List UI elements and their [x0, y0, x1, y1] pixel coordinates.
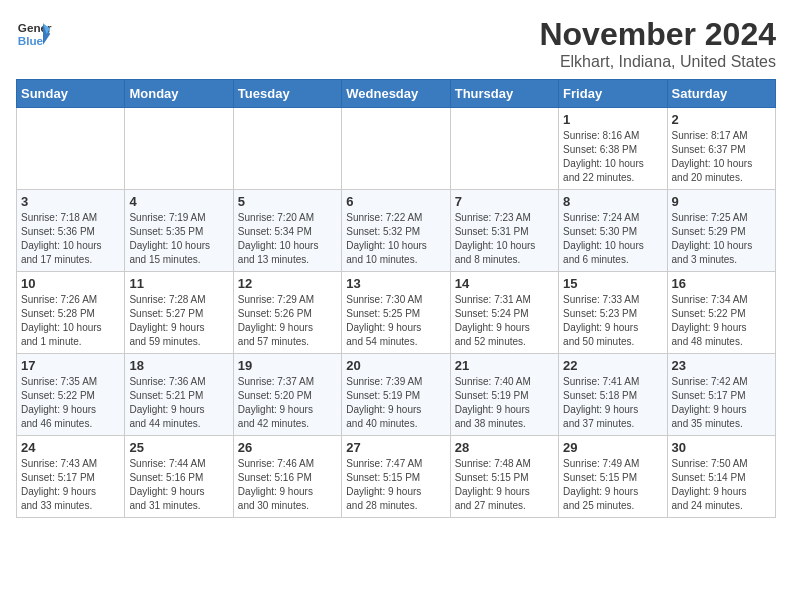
calendar-day-cell: 7Sunrise: 7:23 AM Sunset: 5:31 PM Daylig…: [450, 190, 558, 272]
day-number: 11: [129, 276, 228, 291]
calendar-day-cell: 29Sunrise: 7:49 AM Sunset: 5:15 PM Dayli…: [559, 436, 667, 518]
calendar-week-row: 17Sunrise: 7:35 AM Sunset: 5:22 PM Dayli…: [17, 354, 776, 436]
day-info: Sunrise: 7:20 AM Sunset: 5:34 PM Dayligh…: [238, 211, 337, 267]
day-info: Sunrise: 7:22 AM Sunset: 5:32 PM Dayligh…: [346, 211, 445, 267]
day-info: Sunrise: 7:49 AM Sunset: 5:15 PM Dayligh…: [563, 457, 662, 513]
calendar-day-cell: 24Sunrise: 7:43 AM Sunset: 5:17 PM Dayli…: [17, 436, 125, 518]
day-info: Sunrise: 7:44 AM Sunset: 5:16 PM Dayligh…: [129, 457, 228, 513]
calendar-day-cell: 26Sunrise: 7:46 AM Sunset: 5:16 PM Dayli…: [233, 436, 341, 518]
day-info: Sunrise: 7:25 AM Sunset: 5:29 PM Dayligh…: [672, 211, 771, 267]
calendar-day-cell: 22Sunrise: 7:41 AM Sunset: 5:18 PM Dayli…: [559, 354, 667, 436]
day-number: 21: [455, 358, 554, 373]
day-info: Sunrise: 8:16 AM Sunset: 6:38 PM Dayligh…: [563, 129, 662, 185]
calendar-day-cell: 28Sunrise: 7:48 AM Sunset: 5:15 PM Dayli…: [450, 436, 558, 518]
calendar-day-cell: 9Sunrise: 7:25 AM Sunset: 5:29 PM Daylig…: [667, 190, 775, 272]
day-number: 14: [455, 276, 554, 291]
day-info: Sunrise: 7:37 AM Sunset: 5:20 PM Dayligh…: [238, 375, 337, 431]
day-info: Sunrise: 7:30 AM Sunset: 5:25 PM Dayligh…: [346, 293, 445, 349]
weekday-header: Saturday: [667, 80, 775, 108]
calendar-day-cell: 17Sunrise: 7:35 AM Sunset: 5:22 PM Dayli…: [17, 354, 125, 436]
calendar-day-cell: 8Sunrise: 7:24 AM Sunset: 5:30 PM Daylig…: [559, 190, 667, 272]
day-number: 10: [21, 276, 120, 291]
day-info: Sunrise: 7:35 AM Sunset: 5:22 PM Dayligh…: [21, 375, 120, 431]
weekday-header: Monday: [125, 80, 233, 108]
calendar-day-cell: 16Sunrise: 7:34 AM Sunset: 5:22 PM Dayli…: [667, 272, 775, 354]
logo-icon: General Blue: [16, 16, 52, 52]
calendar-day-cell: [17, 108, 125, 190]
day-number: 9: [672, 194, 771, 209]
day-info: Sunrise: 7:23 AM Sunset: 5:31 PM Dayligh…: [455, 211, 554, 267]
day-number: 6: [346, 194, 445, 209]
day-info: Sunrise: 7:19 AM Sunset: 5:35 PM Dayligh…: [129, 211, 228, 267]
weekday-header: Wednesday: [342, 80, 450, 108]
day-number: 27: [346, 440, 445, 455]
day-number: 26: [238, 440, 337, 455]
day-info: Sunrise: 7:29 AM Sunset: 5:26 PM Dayligh…: [238, 293, 337, 349]
day-info: Sunrise: 7:26 AM Sunset: 5:28 PM Dayligh…: [21, 293, 120, 349]
day-info: Sunrise: 7:31 AM Sunset: 5:24 PM Dayligh…: [455, 293, 554, 349]
calendar-day-cell: 15Sunrise: 7:33 AM Sunset: 5:23 PM Dayli…: [559, 272, 667, 354]
calendar-day-cell: [233, 108, 341, 190]
calendar-day-cell: 19Sunrise: 7:37 AM Sunset: 5:20 PM Dayli…: [233, 354, 341, 436]
day-info: Sunrise: 7:43 AM Sunset: 5:17 PM Dayligh…: [21, 457, 120, 513]
calendar-day-cell: 20Sunrise: 7:39 AM Sunset: 5:19 PM Dayli…: [342, 354, 450, 436]
day-number: 3: [21, 194, 120, 209]
day-number: 18: [129, 358, 228, 373]
calendar-day-cell: 23Sunrise: 7:42 AM Sunset: 5:17 PM Dayli…: [667, 354, 775, 436]
day-number: 2: [672, 112, 771, 127]
day-number: 13: [346, 276, 445, 291]
calendar-week-row: 3Sunrise: 7:18 AM Sunset: 5:36 PM Daylig…: [17, 190, 776, 272]
calendar-week-row: 10Sunrise: 7:26 AM Sunset: 5:28 PM Dayli…: [17, 272, 776, 354]
weekday-header: Sunday: [17, 80, 125, 108]
weekday-header: Thursday: [450, 80, 558, 108]
calendar-table: SundayMondayTuesdayWednesdayThursdayFrid…: [16, 79, 776, 518]
day-number: 23: [672, 358, 771, 373]
day-number: 19: [238, 358, 337, 373]
calendar-day-cell: 27Sunrise: 7:47 AM Sunset: 5:15 PM Dayli…: [342, 436, 450, 518]
calendar-week-row: 1Sunrise: 8:16 AM Sunset: 6:38 PM Daylig…: [17, 108, 776, 190]
calendar-day-cell: 3Sunrise: 7:18 AM Sunset: 5:36 PM Daylig…: [17, 190, 125, 272]
day-number: 20: [346, 358, 445, 373]
day-number: 16: [672, 276, 771, 291]
calendar-day-cell: 30Sunrise: 7:50 AM Sunset: 5:14 PM Dayli…: [667, 436, 775, 518]
day-info: Sunrise: 7:50 AM Sunset: 5:14 PM Dayligh…: [672, 457, 771, 513]
day-info: Sunrise: 7:34 AM Sunset: 5:22 PM Dayligh…: [672, 293, 771, 349]
calendar-day-cell: 5Sunrise: 7:20 AM Sunset: 5:34 PM Daylig…: [233, 190, 341, 272]
page-header: General Blue November 2024 Elkhart, Indi…: [16, 16, 776, 71]
day-info: Sunrise: 7:48 AM Sunset: 5:15 PM Dayligh…: [455, 457, 554, 513]
page-title: November 2024: [539, 16, 776, 53]
calendar-day-cell: 12Sunrise: 7:29 AM Sunset: 5:26 PM Dayli…: [233, 272, 341, 354]
calendar-day-cell: 10Sunrise: 7:26 AM Sunset: 5:28 PM Dayli…: [17, 272, 125, 354]
day-info: Sunrise: 7:47 AM Sunset: 5:15 PM Dayligh…: [346, 457, 445, 513]
calendar-day-cell: 4Sunrise: 7:19 AM Sunset: 5:35 PM Daylig…: [125, 190, 233, 272]
calendar-day-cell: 6Sunrise: 7:22 AM Sunset: 5:32 PM Daylig…: [342, 190, 450, 272]
day-number: 29: [563, 440, 662, 455]
day-info: Sunrise: 7:39 AM Sunset: 5:19 PM Dayligh…: [346, 375, 445, 431]
day-info: Sunrise: 7:42 AM Sunset: 5:17 PM Dayligh…: [672, 375, 771, 431]
page-subtitle: Elkhart, Indiana, United States: [539, 53, 776, 71]
calendar-day-cell: 25Sunrise: 7:44 AM Sunset: 5:16 PM Dayli…: [125, 436, 233, 518]
day-info: Sunrise: 8:17 AM Sunset: 6:37 PM Dayligh…: [672, 129, 771, 185]
day-info: Sunrise: 7:28 AM Sunset: 5:27 PM Dayligh…: [129, 293, 228, 349]
calendar-day-cell: 21Sunrise: 7:40 AM Sunset: 5:19 PM Dayli…: [450, 354, 558, 436]
day-number: 4: [129, 194, 228, 209]
day-number: 28: [455, 440, 554, 455]
day-number: 24: [21, 440, 120, 455]
calendar-day-cell: [125, 108, 233, 190]
calendar-day-cell: 13Sunrise: 7:30 AM Sunset: 5:25 PM Dayli…: [342, 272, 450, 354]
day-number: 25: [129, 440, 228, 455]
title-area: November 2024 Elkhart, Indiana, United S…: [539, 16, 776, 71]
day-info: Sunrise: 7:24 AM Sunset: 5:30 PM Dayligh…: [563, 211, 662, 267]
day-info: Sunrise: 7:41 AM Sunset: 5:18 PM Dayligh…: [563, 375, 662, 431]
calendar-day-cell: 2Sunrise: 8:17 AM Sunset: 6:37 PM Daylig…: [667, 108, 775, 190]
day-number: 17: [21, 358, 120, 373]
calendar-week-row: 24Sunrise: 7:43 AM Sunset: 5:17 PM Dayli…: [17, 436, 776, 518]
day-number: 30: [672, 440, 771, 455]
calendar-day-cell: 11Sunrise: 7:28 AM Sunset: 5:27 PM Dayli…: [125, 272, 233, 354]
day-info: Sunrise: 7:40 AM Sunset: 5:19 PM Dayligh…: [455, 375, 554, 431]
calendar-day-cell: 1Sunrise: 8:16 AM Sunset: 6:38 PM Daylig…: [559, 108, 667, 190]
day-info: Sunrise: 7:18 AM Sunset: 5:36 PM Dayligh…: [21, 211, 120, 267]
day-info: Sunrise: 7:46 AM Sunset: 5:16 PM Dayligh…: [238, 457, 337, 513]
weekday-header: Tuesday: [233, 80, 341, 108]
weekday-header: Friday: [559, 80, 667, 108]
